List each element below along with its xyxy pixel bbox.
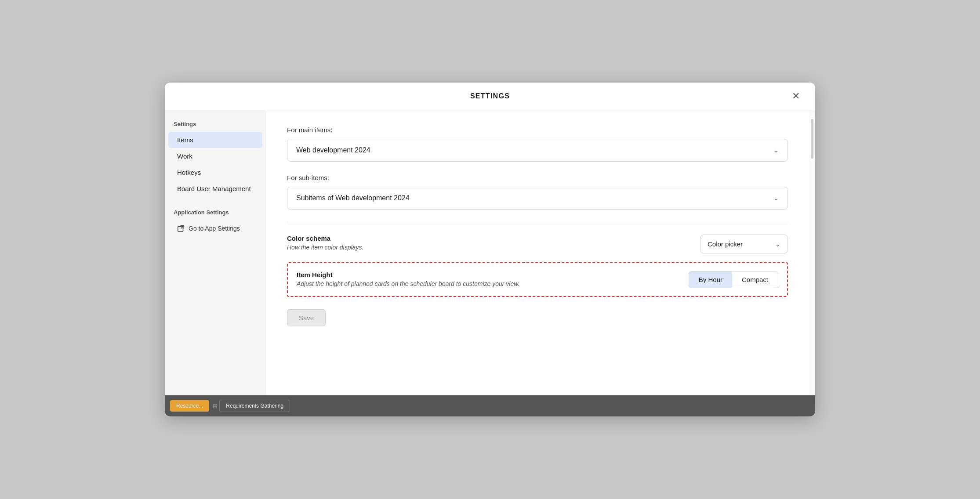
scrollbar-thumb	[811, 119, 813, 159]
close-button[interactable]: ✕	[789, 89, 803, 103]
color-picker-select[interactable]: Color picker ⌄	[700, 235, 788, 253]
sub-items-select[interactable]: Subitems of Web development 2024 ⌄	[287, 187, 788, 210]
main-items-label: For main items:	[287, 126, 788, 134]
sub-items-select-wrapper: Subitems of Web development 2024 ⌄	[287, 187, 788, 210]
settings-modal: SETTINGS ✕ Settings Items Work Hotkeys B…	[165, 83, 815, 416]
scrollbar-track[interactable]	[809, 110, 815, 395]
item-height-title: Item Height	[297, 271, 519, 278]
color-schema-text: Color schema How the item color displays…	[287, 235, 363, 251]
bottom-tab-resource[interactable]: Resource...	[170, 400, 209, 412]
divider	[287, 222, 788, 222]
svg-line-1	[181, 226, 184, 228]
modal-header: SETTINGS ✕	[165, 83, 815, 110]
external-link-icon	[177, 224, 185, 232]
sub-items-chevron-icon: ⌄	[773, 195, 779, 202]
sidebar-section-app-settings: Application Settings	[165, 209, 266, 220]
main-items-select[interactable]: Web development 2024 ⌄	[287, 139, 788, 162]
bottom-tab-requirements[interactable]: Requirements Gathering	[219, 400, 290, 412]
sub-items-label: For sub-items:	[287, 174, 788, 181]
compact-button[interactable]: Compact	[732, 271, 778, 288]
save-button[interactable]: Save	[287, 309, 326, 326]
sidebar-go-to-app-settings[interactable]: Go to App Settings	[168, 220, 262, 237]
go-to-app-settings-label: Go to App Settings	[189, 225, 240, 232]
modal-title: SETTINGS	[470, 92, 510, 100]
item-height-text: Item Height Adjust the height of planned…	[297, 271, 519, 287]
sidebar: Settings Items Work Hotkeys Board User M…	[165, 110, 266, 395]
item-height-subtitle: Adjust the height of planned cards on th…	[297, 280, 519, 287]
sidebar-item-board-user-management[interactable]: Board User Management	[168, 181, 262, 197]
sidebar-item-hotkeys[interactable]: Hotkeys	[168, 164, 262, 181]
color-schema-row: Color schema How the item color displays…	[287, 235, 788, 253]
bottom-bar: Resource... ⊞ Requirements Gathering	[165, 395, 815, 416]
main-items-chevron-icon: ⌄	[773, 147, 779, 154]
sidebar-item-work[interactable]: Work	[168, 148, 262, 164]
color-schema-title: Color schema	[287, 235, 363, 242]
sidebar-item-items[interactable]: Items	[168, 132, 262, 148]
item-height-box: Item Height Adjust the height of planned…	[287, 262, 788, 297]
color-picker-chevron-icon: ⌄	[775, 241, 780, 248]
sub-items-value: Subitems of Web development 2024	[296, 194, 410, 202]
main-items-value: Web development 2024	[296, 146, 370, 154]
by-hour-button[interactable]: By Hour	[689, 271, 732, 288]
modal-body: Settings Items Work Hotkeys Board User M…	[165, 110, 815, 395]
item-height-toggle-group: By Hour Compact	[689, 271, 778, 288]
color-picker-value: Color picker	[708, 240, 743, 248]
requirements-icon: ⊞	[213, 403, 218, 409]
main-content: For main items: Web development 2024 ⌄ F…	[266, 110, 809, 395]
sidebar-section-settings: Settings	[165, 121, 266, 132]
color-schema-subtitle: How the item color displays.	[287, 244, 363, 251]
bottom-tab-requirements-wrapper: ⊞ Requirements Gathering	[213, 400, 290, 412]
main-items-select-wrapper: Web development 2024 ⌄	[287, 139, 788, 162]
